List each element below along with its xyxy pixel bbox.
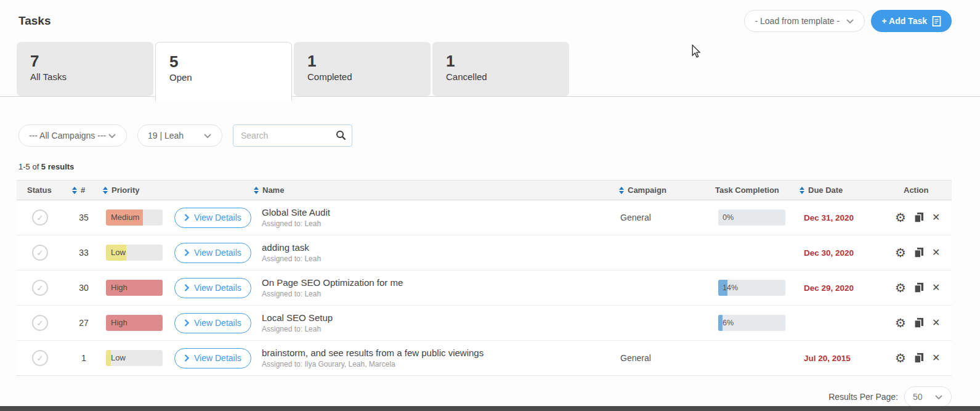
campaign-cell: General — [604, 353, 702, 363]
results-summary: 1-5 of 5 results — [18, 162, 980, 171]
copy-icon[interactable] — [913, 352, 925, 364]
completion-bar: 6% — [718, 315, 785, 331]
tab-cancelled[interactable]: 1 Cancelled — [432, 42, 569, 96]
sort-arrows-icon[interactable] — [800, 187, 804, 194]
column-header-name: Name — [254, 185, 604, 195]
sort-arrows-icon[interactable] — [619, 187, 624, 194]
add-task-label: + Add Task — [881, 16, 927, 26]
task-name: brainstorm, and see results from a few p… — [262, 348, 604, 358]
mouse-cursor-icon — [691, 44, 701, 58]
completion-label: 6% — [723, 315, 734, 331]
gear-icon[interactable]: ⚙ — [895, 246, 906, 259]
view-details-button[interactable]: View Details — [174, 243, 251, 263]
view-details-button[interactable]: View Details — [174, 313, 251, 333]
tab-count: 1 — [446, 52, 569, 70]
completion-bar: 0% — [718, 210, 785, 226]
gear-icon[interactable]: ⚙ — [895, 282, 906, 294]
priority-badge: Medium — [106, 210, 163, 226]
status-check-circle[interactable]: ✓ — [32, 350, 48, 366]
task-name: On Page SEO Optimization for me — [262, 277, 604, 288]
view-details-label: View Details — [194, 248, 241, 258]
search-input[interactable] — [233, 124, 352, 147]
due-date: Dec 29, 2020 — [795, 283, 887, 293]
chevron-down-icon — [203, 133, 212, 139]
task-number: 30 — [65, 283, 103, 293]
task-name: Local SEO Setup — [262, 312, 604, 323]
close-icon[interactable]: ✕ — [932, 213, 940, 222]
task-name: adding task — [262, 242, 604, 253]
priority-badge: High — [106, 280, 163, 296]
view-details-button[interactable]: View Details — [174, 348, 251, 368]
copy-icon[interactable] — [913, 317, 925, 328]
search-box — [233, 124, 352, 147]
add-task-button[interactable]: + Add Task — [871, 10, 952, 32]
table-row: ✓ 1 Low View Details brainstorm, and see… — [17, 341, 952, 376]
assigned-to: Assigned to: Ilya Gourary, Leah, Marcela — [262, 360, 604, 368]
column-header-action: Action — [887, 185, 952, 195]
chevron-down-icon — [846, 18, 854, 24]
chevron-right-icon — [184, 284, 189, 291]
view-details-label: View Details — [194, 283, 241, 293]
table-header-row: Status # Priority Name Campaign Task Com… — [17, 180, 952, 200]
assigned-to: Assigned to: Leah — [262, 219, 604, 228]
campaign-cell: General — [604, 213, 702, 222]
sort-arrows-icon[interactable] — [254, 187, 259, 194]
gear-icon[interactable]: ⚙ — [895, 211, 906, 224]
load-from-template-dropdown[interactable]: - Load from template - — [744, 10, 865, 32]
search-icon[interactable] — [336, 130, 346, 140]
chevron-right-icon — [184, 354, 189, 362]
tasks-table: Status # Priority Name Campaign Task Com… — [17, 180, 952, 376]
tab-completed[interactable]: 1 Completed — [294, 42, 431, 96]
task-number: 35 — [65, 213, 103, 222]
copy-icon[interactable] — [913, 212, 925, 223]
priority-label: High — [111, 315, 128, 331]
tab-count: 1 — [307, 52, 431, 70]
column-header-completion: Task Completion — [702, 185, 795, 195]
status-check-circle[interactable]: ✓ — [32, 315, 48, 331]
tab-label: Completed — [307, 71, 431, 82]
status-tabs: 7 All Tasks 5 Open 1 Completed 1 Cancell… — [0, 42, 980, 101]
sort-arrows-icon[interactable] — [103, 187, 108, 194]
view-details-label: View Details — [194, 318, 241, 328]
assignee-filter-dropdown[interactable]: 19 | Leah — [137, 124, 222, 147]
campaign-filter-label: --- All Campaigns --- — [29, 131, 106, 140]
tab-all-tasks[interactable]: 7 All Tasks — [17, 42, 153, 96]
status-check-circle[interactable]: ✓ — [32, 280, 48, 296]
close-icon[interactable]: ✕ — [932, 248, 940, 258]
task-number: 27 — [65, 318, 103, 328]
status-check-circle[interactable]: ✓ — [32, 210, 48, 226]
results-per-page-dropdown[interactable]: 50 — [904, 386, 952, 407]
results-per-page-value: 50 — [913, 392, 923, 402]
view-details-label: View Details — [194, 213, 241, 222]
priority-badge: Low — [106, 350, 163, 366]
gear-icon[interactable]: ⚙ — [895, 317, 906, 329]
close-icon[interactable]: ✕ — [932, 318, 940, 328]
tab-open[interactable]: 5 Open — [155, 42, 292, 101]
copy-icon[interactable] — [913, 247, 925, 258]
close-icon[interactable]: ✕ — [932, 353, 940, 363]
column-header-campaign: Campaign — [604, 185, 702, 195]
tab-label: Cancelled — [446, 71, 569, 82]
column-header-priority: Priority — [103, 185, 168, 195]
close-icon[interactable]: ✕ — [932, 283, 940, 293]
sort-arrows-icon[interactable] — [72, 187, 77, 194]
chevron-right-icon — [184, 214, 189, 221]
header-actions: - Load from template - + Add Task — [744, 10, 952, 32]
chevron-right-icon — [184, 249, 189, 256]
document-icon — [932, 16, 941, 26]
chevron-right-icon — [184, 319, 189, 327]
results-summary-prefix: 1-5 of — [18, 162, 41, 171]
due-date: Dec 31, 2020 — [795, 213, 887, 222]
view-details-button[interactable]: View Details — [174, 208, 251, 228]
copy-icon[interactable] — [913, 282, 925, 293]
assigned-to: Assigned to: Leah — [262, 325, 604, 333]
campaign-filter-dropdown[interactable]: --- All Campaigns --- — [18, 124, 127, 147]
gear-icon[interactable]: ⚙ — [895, 352, 906, 364]
completion-fill — [718, 315, 723, 331]
status-check-circle[interactable]: ✓ — [32, 245, 48, 261]
view-details-button[interactable]: View Details — [174, 278, 251, 298]
window-edge — [0, 406, 980, 411]
column-header-number: # — [65, 185, 103, 195]
assigned-to: Assigned to: Leah — [262, 290, 604, 298]
tab-count: 5 — [169, 53, 291, 71]
